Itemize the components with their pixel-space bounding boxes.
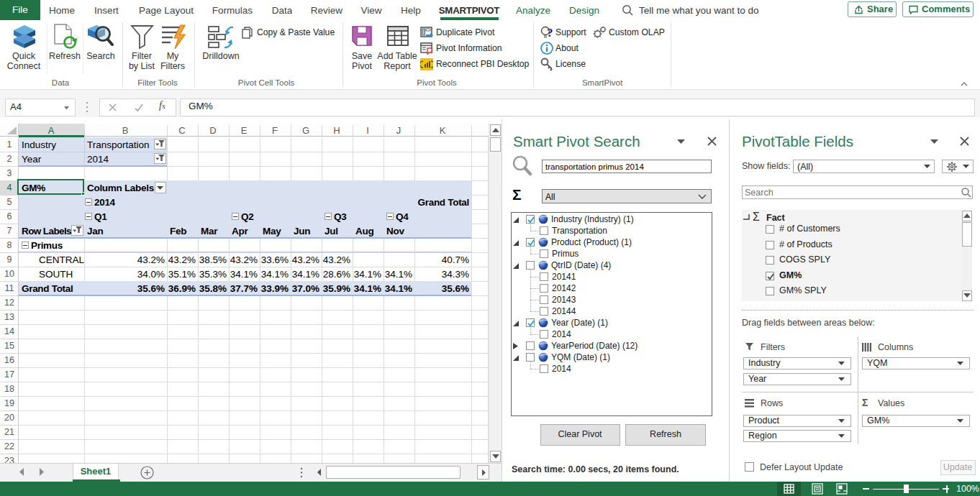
svg-text:?: ?: [547, 26, 553, 40]
